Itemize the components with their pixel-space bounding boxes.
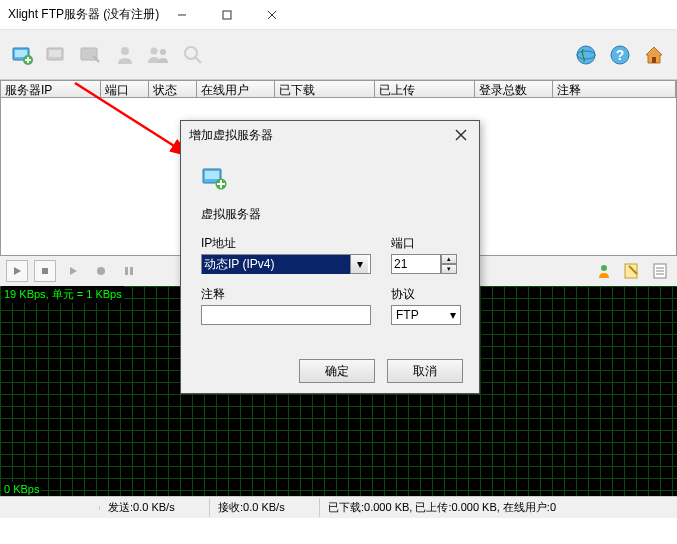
comment-label: 注释 <box>201 286 371 303</box>
svg-rect-1 <box>223 11 231 19</box>
ok-button[interactable]: 确定 <box>299 359 375 383</box>
ip-value: 动态IP (IPv4) <box>202 255 350 274</box>
dialog-close-button[interactable] <box>451 125 471 145</box>
graph-bottom-label: 0 KBps <box>2 482 41 496</box>
titlebar: Xlight FTP服务器 (没有注册) <box>0 0 677 30</box>
record-button[interactable] <box>90 260 112 282</box>
stop-button[interactable] <box>34 260 56 282</box>
ip-label: IP地址 <box>201 235 371 252</box>
svg-rect-10 <box>49 50 61 57</box>
svg-point-12 <box>121 47 129 55</box>
port-label: 端口 <box>391 235 457 252</box>
play-alt-button[interactable] <box>62 260 84 282</box>
search-icon[interactable] <box>178 40 208 70</box>
port-spin-down[interactable]: ▾ <box>441 264 457 274</box>
status-empty <box>0 506 100 510</box>
svg-line-16 <box>196 58 201 63</box>
server-settings-icon[interactable] <box>42 40 72 70</box>
svg-point-25 <box>97 267 105 275</box>
main-toolbar: ? <box>0 30 677 80</box>
protocol-label: 协议 <box>391 286 461 303</box>
user-icon[interactable] <box>110 40 140 70</box>
svg-rect-21 <box>652 57 656 63</box>
protocol-select[interactable]: FTP ▾ <box>391 305 461 325</box>
play-button[interactable] <box>6 260 28 282</box>
svg-rect-23 <box>42 268 48 274</box>
status-recv: 接收:0.0 KB/s <box>210 498 320 517</box>
dialog-server-icon <box>201 165 459 194</box>
pause-button[interactable] <box>118 260 140 282</box>
close-button[interactable] <box>249 0 294 29</box>
svg-point-28 <box>601 265 607 271</box>
col-status[interactable]: 状态 <box>149 81 197 97</box>
help-icon[interactable]: ? <box>605 40 635 70</box>
dialog-title: 增加虚拟服务器 <box>189 127 273 144</box>
log-icon[interactable] <box>649 260 671 282</box>
status-summary: 已下载:0.000 KB, 已上传:0.000 KB, 在线用户:0 <box>320 498 677 517</box>
globe-icon[interactable] <box>571 40 601 70</box>
comment-input[interactable] <box>201 305 371 325</box>
window-title: Xlight FTP服务器 (没有注册) <box>8 6 159 23</box>
dialog-titlebar: 增加虚拟服务器 <box>181 121 479 149</box>
col-uploaded[interactable]: 已上传 <box>375 81 475 97</box>
users-group-icon[interactable] <box>144 40 174 70</box>
add-server-dialog: 增加虚拟服务器 虚拟服务器 IP地址 动态IP (IPv4) ▾ 端口 <box>180 120 480 394</box>
col-port[interactable]: 端口 <box>101 81 149 97</box>
cancel-button[interactable]: 取消 <box>387 359 463 383</box>
svg-text:?: ? <box>616 47 625 63</box>
svg-point-14 <box>160 49 166 55</box>
svg-marker-22 <box>14 267 21 275</box>
status-bar: 发送:0.0 KB/s 接收:0.0 KB/s 已下载:0.000 KB, 已上… <box>0 496 677 518</box>
protocol-value: FTP <box>396 308 450 322</box>
svg-rect-27 <box>130 267 133 275</box>
col-server-ip[interactable]: 服务器IP <box>1 81 101 97</box>
svg-rect-26 <box>125 267 128 275</box>
maximize-button[interactable] <box>204 0 249 29</box>
status-send: 发送:0.0 KB/s <box>100 498 210 517</box>
dialog-section-label: 虚拟服务器 <box>201 206 459 223</box>
col-login-count[interactable]: 登录总数 <box>475 81 553 97</box>
svg-point-13 <box>151 47 158 54</box>
chevron-down-icon: ▾ <box>350 255 368 273</box>
svg-point-17 <box>577 46 595 64</box>
svg-point-15 <box>185 47 197 59</box>
edit-icon[interactable] <box>621 260 643 282</box>
svg-marker-24 <box>70 267 77 275</box>
chevron-down-icon: ▾ <box>450 308 456 322</box>
user-status-icon[interactable] <box>593 260 615 282</box>
ip-select[interactable]: 动态IP (IPv4) ▾ <box>201 254 371 274</box>
home-icon[interactable] <box>639 40 669 70</box>
column-headers: 服务器IP 端口 状态 在线用户 已下载 已上传 登录总数 注释 <box>0 80 677 98</box>
col-downloaded[interactable]: 已下载 <box>275 81 375 97</box>
graph-top-label: 19 KBps, 单元 = 1 KBps <box>2 286 124 303</box>
port-input[interactable] <box>391 254 441 274</box>
add-server-icon[interactable] <box>8 40 38 70</box>
minimize-button[interactable] <box>159 0 204 29</box>
port-spin-up[interactable]: ▴ <box>441 254 457 264</box>
server-delete-icon[interactable] <box>76 40 106 70</box>
svg-rect-41 <box>205 171 219 179</box>
col-comment[interactable]: 注释 <box>553 81 676 97</box>
col-online-users[interactable]: 在线用户 <box>197 81 275 97</box>
